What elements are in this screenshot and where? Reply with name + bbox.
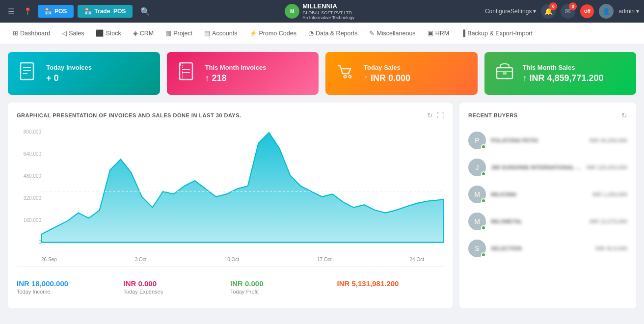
buyer-amount: INR 42,9,000 [595, 245, 627, 251]
sidebar-item-project[interactable]: ▦ Project [161, 27, 197, 40]
mail-badge: 0 [569, 2, 577, 10]
summary-cards: Today Invoices + 0 This Month Invoices ↑… [0, 44, 644, 103]
sidebar-item-promo[interactable]: ⚡ Promo Codes [244, 27, 301, 40]
search-icon[interactable]: 🔍 [136, 5, 154, 18]
sidebar-item-sales[interactable]: ◁ Sales [57, 27, 89, 40]
recent-buyers-title: RECENT BUYERS [468, 112, 518, 118]
today-income-stat: INR 18,000.000 Today Income [17, 274, 124, 299]
chart-svg [41, 127, 444, 245]
sidebar-item-backup[interactable]: ▐ Backup & Export-Import [456, 27, 537, 40]
today-profit-label: Today Profit [230, 289, 337, 295]
buyer-name: JMI SUNSHINE INTERNATIONAL ACCOUTMENAR [491, 164, 582, 170]
buyer-amount: INR 1,250,000 [592, 191, 627, 197]
chart-area: 800,000 640,000 480,000 320,000 160,000 … [17, 127, 444, 255]
sidebar-item-stock[interactable]: ⬛ Stock [91, 27, 126, 40]
top-navigation: ☰ 📍 🏪 POS 🏪 Trade_POS 🔍 M MILLENNIA GLOB… [0, 0, 644, 23]
trade-pos-button[interactable]: 🏪 Trade_POS [78, 5, 133, 18]
month-sales-stat: INR 5,131,981.200 [337, 274, 444, 299]
sidebar-item-miscellaneous[interactable]: ✎ Miscellaneous [364, 27, 420, 40]
buyer-item[interactable]: M MILOMETAL INR 12,275,000 [468, 208, 627, 235]
main-content: GRAPHICAL PRESENTATION OF INVOICES AND S… [0, 103, 644, 316]
pos-button[interactable]: 🏪 POS [38, 5, 74, 18]
today-sales-content: Today Sales ↑ INR 0.000 [364, 64, 410, 83]
today-invoices-icon [18, 61, 38, 86]
buyer-info: MILKOMA [491, 191, 588, 197]
logo-tagline: An Informative Technology [302, 15, 354, 20]
buyer-avatar: P [468, 132, 486, 149]
buyer-status-indicator [481, 198, 486, 203]
svg-rect-4 [180, 63, 192, 80]
chart-refresh-icon[interactable]: ↻ [427, 111, 433, 119]
hrm-icon: ▣ [428, 29, 433, 37]
month-invoices-title: This Month Invoices [205, 64, 267, 71]
buyer-item[interactable]: S SELECTION INR 42,9,000 [468, 235, 627, 262]
month-invoices-value: ↑ 218 [205, 73, 267, 83]
buyer-info: POLATONA PETIO [491, 137, 585, 143]
sidebar-item-dashboard[interactable]: ⊞ Dashboard [8, 27, 55, 40]
right-nav: ConfigureSettings ▾ 🔔 0 ✉ 0 Off 👤 admin … [485, 4, 639, 19]
sidebar-item-data-reports[interactable]: ◔ Data & Reports [303, 27, 362, 40]
today-income-label: Today Income [17, 289, 124, 295]
promo-icon: ⚡ [249, 29, 257, 37]
month-invoices-card: This Month Invoices ↑ 218 [167, 52, 319, 95]
month-sales-icon [494, 61, 515, 86]
today-sales-card: Today Sales ↑ INR 0.000 [325, 52, 478, 95]
logo-sub: GLOBAL SOFT PVT LTD [302, 10, 354, 15]
misc-icon: ✎ [369, 29, 375, 37]
today-invoices-card: Today Invoices + 0 [8, 52, 160, 95]
svg-point-9 [349, 76, 351, 78]
accounts-icon: ▤ [204, 29, 210, 37]
location-icon[interactable]: 📍 [22, 5, 34, 17]
buyer-info: SELECTION [491, 245, 590, 251]
hamburger-icon[interactable]: ☰ [5, 4, 18, 19]
project-icon: ▦ [165, 29, 171, 37]
month-sales-stat-value: INR 5,131,981.200 [337, 279, 444, 288]
y-axis-labels: 800,000 640,000 480,000 320,000 160,000 … [17, 127, 41, 255]
buyer-name: MILKOMA [491, 191, 588, 197]
power-off-button[interactable]: Off [580, 4, 594, 18]
month-sales-value: ↑ INR 4,859,771.200 [523, 73, 604, 83]
month-invoices-content: This Month Invoices ↑ 218 [205, 64, 267, 83]
today-invoices-content: Today Invoices + 0 [46, 64, 92, 83]
today-profit-stat: INR 0.000 Today Profit [230, 274, 337, 299]
buyer-status-indicator [481, 144, 486, 149]
month-invoices-icon [177, 61, 197, 86]
sidebar-item-crm[interactable]: ◈ CRM [128, 27, 159, 40]
buyer-item[interactable]: M MILKOMA INR 1,250,000 [468, 181, 627, 208]
dashboard-icon: ⊞ [13, 29, 18, 37]
chart-statistics: INR 18,000.000 Today Income INR 0.000 To… [17, 266, 444, 299]
mail-button[interactable]: ✉ 0 [561, 4, 575, 19]
buyer-amount: INR 12,275,000 [590, 218, 627, 224]
recent-buyers-header: RECENT BUYERS ↻ [468, 111, 627, 119]
today-income-value: INR 18,000.000 [17, 279, 124, 288]
buyer-item[interactable]: P POLATONA PETIO INR 44,200,000 [468, 127, 627, 154]
chart-section: GRAPHICAL PRESENTATION OF INVOICES AND S… [8, 103, 453, 308]
notification-badge: 0 [549, 2, 557, 10]
buyer-name: MILOMETAL [491, 218, 585, 224]
today-sales-value: ↑ INR 0.000 [364, 73, 410, 83]
data-reports-icon: ◔ [308, 29, 314, 37]
sidebar-item-accounts[interactable]: ▤ Accounts [199, 27, 242, 40]
trade-icon: 🏪 [84, 8, 92, 15]
backup-icon: ▐ [461, 29, 465, 37]
avatar[interactable]: 👤 [599, 4, 614, 19]
sidebar-item-hrm[interactable]: ▣ HRM [423, 27, 454, 40]
chart-x-labels: 26 Sep 3 Oct 10 Oct 17 Oct 24 Oct [17, 255, 444, 262]
today-invoices-value: + 0 [46, 73, 92, 83]
config-settings-button[interactable]: ConfigureSettings ▾ [485, 8, 536, 15]
pos-icon: 🏪 [45, 8, 52, 15]
chart-expand-icon[interactable]: ⛶ [437, 111, 444, 119]
today-sales-title: Today Sales [364, 64, 410, 71]
today-invoices-title: Today Invoices [46, 64, 92, 71]
today-expenses-value: INR 0.000 [124, 279, 231, 288]
recent-refresh-icon[interactable]: ↻ [621, 111, 627, 119]
svg-point-8 [344, 76, 347, 78]
buyer-amount: INR 44,200,000 [590, 137, 627, 143]
today-expenses-label: Today Expenses [124, 289, 231, 295]
buyer-item[interactable]: J JMI SUNSHINE INTERNATIONAL ACCOUTMENAR… [468, 154, 627, 181]
notifications-button[interactable]: 🔔 0 [541, 4, 556, 19]
recent-buyers-section: RECENT BUYERS ↻ P POLATONA PETIO INR 44,… [459, 103, 636, 308]
crm-icon: ◈ [133, 29, 138, 37]
admin-menu-button[interactable]: admin ▾ [618, 8, 639, 15]
today-expenses-stat: INR 0.000 Today Expenses [124, 274, 231, 299]
